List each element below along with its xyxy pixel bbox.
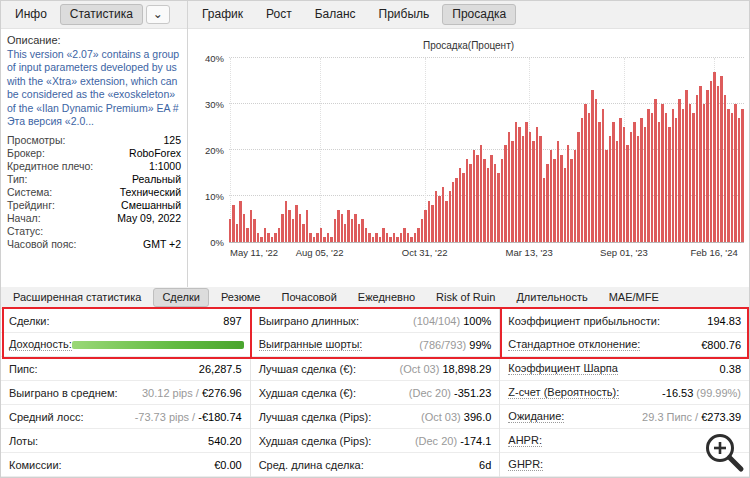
drawdown-bar [274,233,276,242]
drawdown-bar [574,150,576,242]
stat-label: Доходность: [9,338,72,351]
drawdown-bar [713,72,715,242]
stat-value: 194.83 [707,315,741,327]
stat-label: Выигранные шорты: [259,338,363,351]
drawdown-bar [379,237,381,242]
stat-value-secondary: 29.3 Пипс / [642,411,701,423]
drawdown-bar [720,76,722,242]
drawdown-bar [623,127,625,242]
stat-value-main: 6d [479,459,491,471]
drawdown-bar [438,196,440,242]
stat-label: Комиссии: [9,459,62,471]
stats-tab-3[interactable]: Почасовой [273,288,346,306]
stat-value-secondary: -73.73 pips / [135,411,199,423]
magnifier-zoom-button[interactable] [700,428,747,475]
info-value: May 09, 2022 [117,212,181,224]
stat-value [72,341,244,349]
stat-row: Худшая сделка (€):(Dec 20) -351.23 [251,381,500,405]
stat-row: Пипс:26,287.5 [1,357,250,381]
stat-row: Коэффициент прибыльности:194.83 [500,309,749,333]
info-value: 1:1000 [149,160,181,172]
drawdown-bar [598,122,600,242]
info-row: Часовой пояс:GMT +2 [1,238,187,251]
drawdown-bar [292,219,294,242]
drawdown-bar [246,228,248,242]
drawdown-bar [410,237,412,242]
x-tick-label: Feb 16, '24 [691,247,738,258]
drawdown-bar [644,127,646,242]
stat-label: Z-счет (Вероятность): [508,386,619,399]
stat-label: Лучшая сделка (€): [259,363,356,375]
profitability-bar [72,341,244,349]
drawdown-bar [717,86,719,242]
drawdown-bar [668,127,670,242]
chart-tab-4[interactable]: Просадка [442,4,516,25]
drawdown-bar [525,122,527,242]
chart-tab-1[interactable]: Рост [256,4,302,25]
drawdown-bar [480,145,482,242]
top-section: ИнфоСтатистика⌄ Описание: This version «… [1,1,749,287]
drawdown-bar [564,168,566,242]
drawdown-bar [257,233,259,242]
info-panel-tab-1[interactable]: Статистика [60,4,143,25]
stat-row: Ожидание:29.3 Пипс / €273.39 [500,405,749,429]
info-panel-tab-0[interactable]: Инфо [5,4,57,25]
drawdown-bar [522,136,524,242]
stats-tab-2[interactable]: Резюме [212,288,270,306]
stats-tab-0[interactable]: Расширенная статистика [4,288,150,306]
drawdown-bar [407,233,409,242]
info-row: Брокер:RoboForex [1,147,187,160]
drawdown-bar [452,182,454,242]
stat-row: Комиссии:€0.00 [1,453,250,477]
info-label: Трейдинг: [7,199,55,211]
stat-label: Пипс: [9,363,38,375]
drawdown-bar [483,159,485,242]
chart-plot-area: 0%10%20%30%40%May 11, '22Aug 05, '22Oct … [229,58,744,243]
drawdown-bar [431,205,433,242]
stats-tab-1[interactable]: Сделки [153,288,209,306]
drawdown-bar [323,237,325,242]
stat-row: Лучшая сделка (Pips):(Oct 03) 396.0 [251,405,500,429]
info-label: Начал: [7,212,41,224]
y-tick-label: 10% [191,191,224,202]
info-value: Реальный [132,173,181,185]
drawdown-bar [267,233,269,242]
drawdown-bar [731,113,733,242]
drawdown-bar [501,159,503,242]
x-tick-label: Mar 13, '23 [506,247,553,258]
chart-tab-0[interactable]: График [192,4,253,25]
stat-label: AHPR: [508,434,542,447]
drawdown-bar [288,210,290,242]
info-value: GMT +2 [143,238,181,250]
stats-tab-5[interactable]: Risk of Ruin [427,288,504,306]
drawdown-bar [306,210,308,242]
stats-tab-6[interactable]: Длительность [507,288,596,306]
magnifier-plus-icon [702,430,746,474]
drawdown-bar [351,219,353,242]
drawdown-bar [264,228,266,242]
drawdown-bar [536,127,538,242]
stat-label: Лучшая сделка (Pips): [259,411,372,423]
drawdown-bar [403,228,405,242]
stat-value-main: 100% [463,315,491,327]
drawdown-bar [588,113,590,242]
drawdown-bar [685,90,687,242]
stats-tab-4[interactable]: Ежедневно [349,288,424,306]
drawdown-bar [550,150,552,242]
chart-tab-2[interactable]: Баланс [305,4,366,25]
trades-stats-table: Сделки:897Доходность:Пипс:26,287.5Выигра… [1,309,749,477]
chart-tab-3[interactable]: Прибыль [369,4,440,25]
stats-tab-7[interactable]: MAE/MFE [600,288,668,306]
drawdown-bar [462,173,464,242]
drawdown-bar [577,132,579,242]
drawdown-bar [689,104,691,242]
stats-tabbar: Расширенная статистикаСделкиРезюмеПочасо… [1,287,749,309]
stat-value-main: 540.20 [208,435,242,447]
description-text[interactable]: This version «2.07» contains a group of … [7,48,181,129]
stat-value: €0.00 [214,459,242,471]
stat-value: 0.38 [720,363,741,375]
drawdown-bar [330,237,332,242]
stat-value: (Dec 20) -351.23 [409,387,492,399]
dropdown-toggle-button[interactable]: ⌄ [146,5,170,24]
drawdown-bar [236,224,238,242]
